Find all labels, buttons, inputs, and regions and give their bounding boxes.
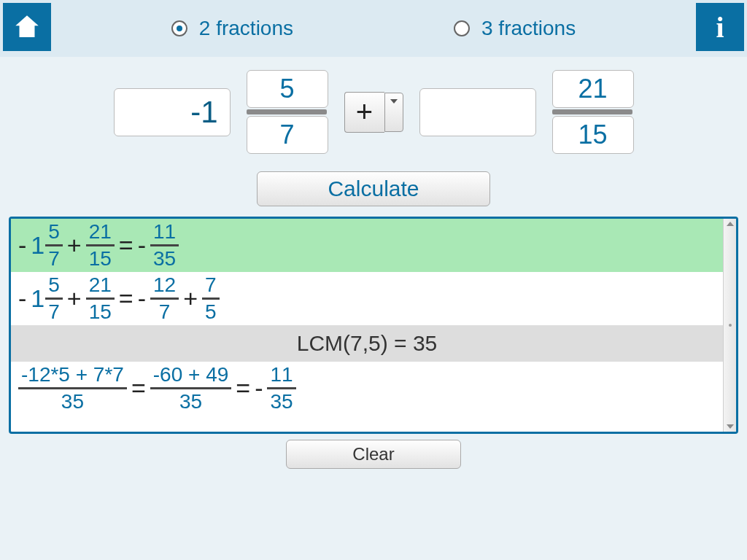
clear-button[interactable]: Clear xyxy=(286,440,461,469)
denominator-b-input[interactable]: 15 xyxy=(552,116,634,154)
home-button[interactable] xyxy=(3,3,51,51)
operator-select[interactable]: + xyxy=(344,92,403,133)
numerator: -12*5 + 7*7 xyxy=(18,365,127,385)
numerator: 21 xyxy=(86,275,115,295)
fraction-b: 21 15 xyxy=(552,70,634,154)
whole-part: 1 xyxy=(31,284,44,313)
numerator: 11 xyxy=(267,365,295,385)
denominator: 7 xyxy=(45,249,63,269)
numerator-a-input[interactable]: 5 xyxy=(247,70,328,108)
numerator: -60 + 49 xyxy=(150,365,232,385)
fraction: 57 xyxy=(45,222,63,269)
equals: = xyxy=(119,284,133,313)
mode-2-fractions[interactable]: 2 fractions xyxy=(171,17,293,40)
lcm-line: LCM(7,5) = 35 xyxy=(11,325,723,362)
denominator-a-input[interactable]: 7 xyxy=(247,116,328,154)
chevron-down-icon xyxy=(390,99,398,104)
result-line-3: -12*5 + 7*735 = -60 + 4935 = - 1135 xyxy=(11,362,723,415)
numerator-b-input[interactable]: 21 xyxy=(552,70,634,108)
sign: - xyxy=(138,284,146,313)
fraction: 75 xyxy=(202,275,220,322)
denominator: 15 xyxy=(86,249,115,269)
mode-2-label: 2 fractions xyxy=(199,17,293,40)
scroll-down-icon xyxy=(727,424,734,429)
fraction: 2115 xyxy=(86,222,115,269)
expression-row: -1 5 7 + 21 15 xyxy=(0,70,747,154)
radio-icon xyxy=(454,20,470,36)
numerator: 11 xyxy=(150,222,179,242)
info-button[interactable]: i xyxy=(696,3,744,51)
fraction-bar xyxy=(552,109,632,114)
whole-part: 1 xyxy=(31,231,44,260)
calculate-button[interactable]: Calculate xyxy=(257,171,490,206)
fraction: 57 xyxy=(45,275,63,322)
results-body: - 1 57 + 2115 = - 1135 - 1 57 xyxy=(11,219,723,432)
lcm-text: LCM(7,5) = 35 xyxy=(297,331,438,356)
numerator: 21 xyxy=(86,222,115,242)
fraction: 1135 xyxy=(150,222,179,269)
scrollbar[interactable] xyxy=(723,219,736,432)
equals: = xyxy=(131,374,146,402)
whole-a-input[interactable]: -1 xyxy=(114,88,231,136)
numerator: 5 xyxy=(45,222,63,242)
operator: + xyxy=(183,284,198,313)
sign: - xyxy=(18,231,26,260)
fraction-a: 5 7 xyxy=(247,70,328,154)
fraction-bar xyxy=(247,109,327,114)
sign: - xyxy=(138,231,146,260)
fraction: -12*5 + 7*735 xyxy=(18,365,127,412)
radio-icon xyxy=(171,20,187,36)
denominator: 5 xyxy=(202,302,220,322)
operator: + xyxy=(67,284,82,313)
denominator: 35 xyxy=(150,249,179,269)
scroll-up-icon xyxy=(727,222,734,226)
numerator: 12 xyxy=(150,275,179,295)
equals: = xyxy=(119,231,133,260)
equals: = xyxy=(236,374,250,402)
mode-radio-group: 2 fractions 3 fractions xyxy=(0,17,747,40)
fraction: -60 + 4935 xyxy=(150,365,232,412)
operator-dropdown-toggle[interactable] xyxy=(384,93,403,132)
denominator: 35 xyxy=(267,392,295,412)
fraction: 127 xyxy=(150,275,179,322)
mixed-number: 1 57 xyxy=(31,275,63,322)
fraction: 1135 xyxy=(267,365,295,412)
denominator: 35 xyxy=(177,392,205,412)
results-panel: - 1 57 + 2115 = - 1135 - 1 57 xyxy=(9,217,738,434)
scroll-thumb xyxy=(729,324,732,327)
operator-value[interactable]: + xyxy=(344,92,384,133)
home-icon xyxy=(12,12,42,42)
numerator: 5 xyxy=(45,275,63,295)
mixed-number: 1 57 xyxy=(31,222,63,269)
info-icon: i xyxy=(716,10,724,44)
top-bar: 2 fractions 3 fractions i xyxy=(0,0,747,57)
result-line-2: - 1 57 + 2115 = - 127 + 75 xyxy=(11,272,723,325)
mode-3-label: 3 fractions xyxy=(481,17,576,40)
sign: - xyxy=(255,374,263,402)
denominator: 15 xyxy=(86,302,115,322)
denominator: 7 xyxy=(156,302,174,322)
fraction: 2115 xyxy=(86,275,115,322)
whole-b-input[interactable] xyxy=(419,88,536,136)
denominator: 35 xyxy=(58,392,87,412)
denominator: 7 xyxy=(45,302,63,322)
result-line-1: - 1 57 + 2115 = - 1135 xyxy=(11,219,723,272)
sign: - xyxy=(18,284,26,313)
operator: + xyxy=(67,231,82,260)
numerator: 7 xyxy=(202,275,220,295)
mode-3-fractions[interactable]: 3 fractions xyxy=(454,17,576,40)
